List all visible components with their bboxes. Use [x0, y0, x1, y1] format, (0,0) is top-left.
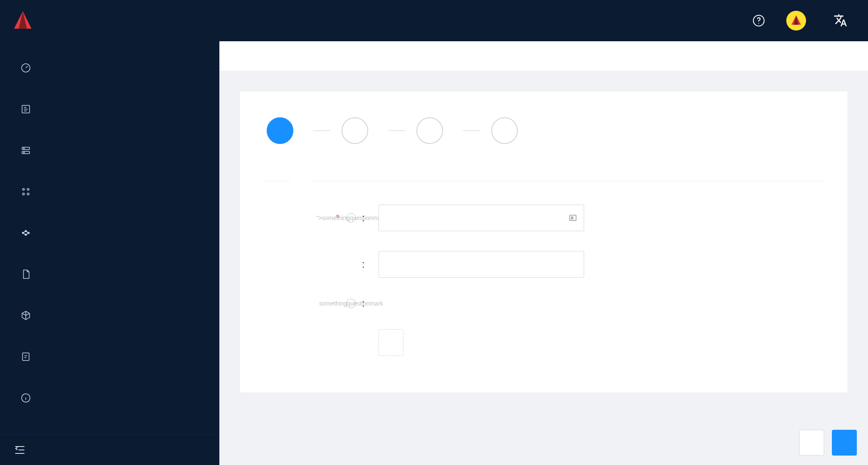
manage-button[interactable]: [379, 329, 403, 356]
service-icon: [20, 186, 32, 198]
step-bullet: [342, 117, 368, 144]
sidebar-item-dashboard[interactable]: [0, 47, 219, 89]
section-divider: [264, 181, 823, 181]
sidebar-item-protocol-buffers[interactable]: [0, 254, 219, 295]
svg-point-23: [571, 217, 573, 218]
id-input[interactable]: [379, 251, 584, 278]
colon: :: [362, 258, 365, 270]
svg-point-10: [24, 148, 25, 149]
info-icon: [20, 392, 32, 404]
form-card: * ">somethingquestionmark :: [240, 92, 847, 392]
step-2[interactable]: [342, 117, 377, 144]
app-logo-icon: [12, 10, 34, 31]
help-icon[interactable]: ">somethingquestionmark: [346, 213, 356, 223]
svg-point-14: [22, 193, 24, 195]
avatar: [786, 11, 806, 31]
app-brand[interactable]: [12, 10, 43, 31]
sidebar-item-plugin[interactable]: [0, 295, 219, 336]
step-separator: [388, 130, 405, 131]
main: * ">somethingquestionmark :: [219, 41, 868, 465]
ssl-icon: [20, 351, 32, 363]
colon: :: [362, 297, 365, 309]
upstream-icon: [20, 144, 32, 156]
sidebar-item-service[interactable]: [0, 171, 219, 212]
svg-point-15: [27, 193, 29, 195]
form-row-labels: somethingquestionmark :: [264, 297, 823, 309]
svg-point-11: [24, 152, 25, 153]
contact-card-icon[interactable]: [568, 213, 578, 223]
collapse-sidebar-icon[interactable]: [13, 443, 27, 457]
svg-point-12: [22, 188, 24, 190]
plugin-icon: [20, 309, 32, 321]
svg-point-3: [758, 23, 759, 24]
steps: [267, 117, 823, 144]
step-3[interactable]: [416, 117, 452, 144]
file-icon: [20, 268, 32, 280]
sidebar-item-system-info[interactable]: [0, 377, 219, 419]
sidebar-item-consumer[interactable]: [0, 212, 219, 254]
form-row-id: :: [264, 251, 823, 278]
help-icon[interactable]: [752, 14, 766, 28]
svg-point-13: [27, 188, 29, 190]
svg-rect-9: [22, 151, 29, 153]
sidebar-item-ssl[interactable]: [0, 336, 219, 377]
topbar: [0, 0, 868, 41]
name-input[interactable]: [379, 205, 584, 231]
page-titlebar: [219, 41, 868, 71]
next-button[interactable]: [832, 430, 857, 456]
user-menu[interactable]: [786, 11, 813, 31]
action-bar: [799, 430, 857, 456]
gauge-icon: [20, 62, 32, 74]
step-1[interactable]: [267, 117, 302, 144]
sidebar-item-upstream[interactable]: [0, 130, 219, 171]
form-row-manage: [264, 329, 823, 357]
step-bullet: [416, 117, 443, 144]
form-row-name: * ">somethingquestionmark :: [264, 205, 823, 231]
sidebar-item-route[interactable]: [0, 89, 219, 130]
help-icon[interactable]: somethingquestionmark: [346, 299, 356, 308]
step-bullet: [491, 117, 518, 144]
svg-rect-8: [22, 147, 29, 149]
step-separator: [463, 130, 480, 131]
step-separator: [313, 130, 330, 131]
language-icon[interactable]: [834, 14, 847, 28]
svg-rect-20: [22, 353, 29, 360]
sidebar: [0, 41, 219, 465]
route-icon: [20, 103, 32, 115]
step-bullet: [267, 117, 293, 144]
step-4[interactable]: [491, 117, 526, 144]
consumer-icon: [20, 227, 32, 239]
avatar-logo-icon: [790, 14, 803, 27]
colon: :: [362, 212, 365, 224]
previous-button[interactable]: [799, 430, 824, 456]
